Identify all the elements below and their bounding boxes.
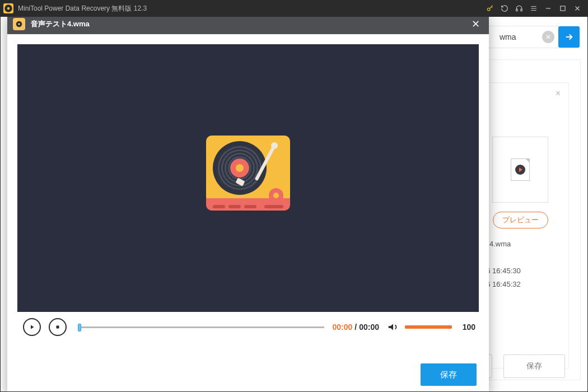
maximize-icon[interactable] — [556, 1, 570, 16]
modal-body: 00:00/00:00 100 — [7, 34, 489, 352]
menu-icon[interactable] — [526, 1, 541, 16]
app-logo — [3, 3, 13, 13]
titlebar: MiniTool Power Data Recovery 無料版 12.3 — [0, 0, 588, 17]
preview-canvas — [17, 44, 479, 312]
volume-control: 100 — [387, 321, 475, 333]
save-button[interactable]: 保存 — [421, 363, 477, 386]
turntable-graphic — [206, 136, 290, 221]
close-icon[interactable] — [570, 1, 585, 16]
time-total: 00:00 — [359, 323, 379, 332]
player-controls: 00:00/00:00 100 — [17, 312, 479, 342]
svg-point-1 — [7, 7, 10, 10]
volume-slider[interactable] — [405, 325, 452, 329]
volume-value: 100 — [458, 323, 475, 332]
modal-title: 音声テスト4.wma — [31, 19, 90, 29]
svg-rect-8 — [57, 326, 59, 329]
headphones-icon[interactable] — [512, 1, 526, 16]
app-title: MiniTool Power Data Recovery 無料版 12.3 — [18, 4, 147, 13]
modal-overlay: 音声テスト4.wma ✕ — [1, 17, 587, 391]
seek-slider[interactable] — [74, 325, 324, 329]
time-current: 00:00 — [332, 323, 352, 332]
window-body: wma ✕ × プレビュー 音声テスト4.wma 2.97 MB 2024 — [0, 17, 588, 392]
volume-icon[interactable] — [387, 321, 399, 333]
modal-app-icon — [13, 18, 25, 30]
refresh-icon[interactable] — [497, 1, 512, 16]
stop-button[interactable] — [49, 318, 67, 336]
key-icon[interactable] — [483, 1, 497, 16]
main-window: MiniTool Power Data Recovery 無料版 12.3 wm… — [0, 0, 588, 392]
modal-titlebar: 音声テスト4.wma ✕ — [7, 17, 489, 34]
preview-modal: 音声テスト4.wma ✕ — [7, 17, 489, 392]
seek-thumb[interactable] — [78, 324, 81, 332]
modal-footer: 保存 — [7, 352, 489, 392]
svg-rect-5 — [561, 6, 565, 11]
timecode: 00:00/00:00 — [332, 323, 379, 332]
svg-rect-3 — [516, 9, 517, 11]
svg-rect-4 — [521, 9, 522, 11]
modal-close-button[interactable]: ✕ — [468, 17, 483, 32]
minimize-icon[interactable] — [541, 1, 556, 16]
svg-point-7 — [18, 23, 20, 25]
play-button[interactable] — [23, 318, 41, 336]
